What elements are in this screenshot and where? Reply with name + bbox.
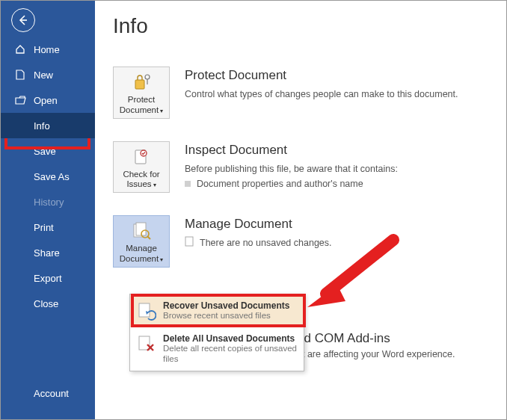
- svg-line-9: [147, 236, 150, 239]
- manage-document-tile[interactable]: Manage Document▾: [113, 215, 170, 268]
- nav-label: New: [34, 70, 53, 81]
- back-button[interactable]: [11, 8, 35, 32]
- nav-label: Save As: [34, 171, 70, 182]
- nav-account[interactable]: Account: [1, 380, 95, 406]
- check-for-issues-tile[interactable]: Check for Issues▾: [113, 141, 170, 194]
- bullet-text: Document properties and author's name: [197, 179, 363, 189]
- nav-label: Save: [34, 146, 56, 157]
- section-protect: Protect Document▾ Protect Document Contr…: [113, 67, 488, 119]
- bullet-icon: [185, 181, 191, 187]
- nav-share[interactable]: Share: [1, 240, 95, 265]
- nav-print[interactable]: Print: [1, 214, 95, 240]
- nav-info[interactable]: Info: [1, 113, 95, 138]
- nav-save[interactable]: Save: [1, 138, 95, 164]
- nav-open[interactable]: Open: [1, 87, 95, 113]
- section-desc-tail: at are affecting your Word experience.: [297, 349, 455, 359]
- delete-icon: [136, 333, 157, 354]
- document-icon: [185, 236, 194, 249]
- delete-unsaved-menuitem[interactable]: Delete All Unsaved Documents Delete all …: [130, 327, 304, 371]
- section-title-tail: ed COM Add-ins: [297, 331, 455, 346]
- nav-label: Open: [34, 95, 58, 106]
- manage-status: There are no unsaved changes.: [185, 236, 488, 249]
- menu-item-sub: Browse recent unsaved files: [163, 311, 298, 321]
- menu-item-sub: Delete all recent copies of unsaved file…: [163, 344, 298, 365]
- home-icon: [14, 44, 26, 55]
- section-title: Manage Document: [185, 217, 488, 232]
- nav-new[interactable]: New: [1, 62, 95, 87]
- svg-rect-11: [139, 303, 150, 317]
- nav-label: Info: [34, 120, 50, 132]
- section-desc: Control what types of changes people can…: [185, 87, 488, 101]
- document-icon: [14, 70, 26, 80]
- svg-point-2: [145, 75, 150, 79]
- section-inspect: Check for Issues▾ Inspect Document Befor…: [113, 141, 488, 194]
- nav-home[interactable]: Home: [1, 37, 95, 62]
- nav-label: Home: [34, 44, 60, 55]
- arrow-left-icon: [17, 14, 29, 26]
- backstage-sidebar: Home New Open Info Save Save As History …: [1, 1, 95, 419]
- nav-close[interactable]: Close: [1, 291, 95, 316]
- folder-open-icon: [14, 96, 26, 105]
- manage-document-menu: Recover Unsaved Documents Browse recent …: [129, 294, 304, 371]
- nav-label: Print: [34, 222, 54, 233]
- section-title: Protect Document: [185, 68, 488, 83]
- page-title: Info: [113, 14, 488, 38]
- menu-item-title: Recover Unsaved Documents: [163, 300, 298, 311]
- status-text: There are no unsaved changes.: [200, 238, 332, 248]
- nav-label: Account: [34, 388, 69, 399]
- recover-icon: [136, 300, 157, 321]
- section-desc: Before publishing this file, be aware th…: [185, 162, 488, 176]
- section-title: Inspect Document: [185, 143, 488, 158]
- svg-rect-10: [185, 237, 193, 246]
- menu-item-title: Delete All Unsaved Documents: [163, 333, 298, 344]
- recover-unsaved-menuitem[interactable]: Recover Unsaved Documents Browse recent …: [130, 294, 304, 327]
- tile-label: Manage Document: [120, 244, 159, 263]
- section-manage: Manage Document▾ Manage Document There a…: [113, 215, 488, 268]
- inspect-bullet: Document properties and author's name: [185, 179, 488, 189]
- svg-rect-1: [135, 80, 144, 89]
- nav-label: Close: [34, 298, 58, 309]
- nav-export[interactable]: Export: [1, 265, 95, 291]
- dropdown-caret-icon: ▾: [160, 108, 163, 114]
- svg-rect-12: [139, 336, 150, 350]
- lock-icon: [116, 72, 167, 93]
- section-addins: ed COM Add-ins at are affecting your Wor…: [297, 331, 455, 359]
- nav-label: History: [34, 197, 64, 208]
- tile-label: Protect Document: [120, 95, 159, 114]
- dropdown-caret-icon: ▾: [153, 182, 156, 188]
- dropdown-caret-icon: ▾: [160, 256, 163, 263]
- protect-document-tile[interactable]: Protect Document▾: [113, 67, 170, 119]
- nav-save-as[interactable]: Save As: [1, 164, 95, 189]
- nav-label: Share: [34, 247, 60, 259]
- nav-label: Export: [34, 273, 62, 284]
- manage-doc-icon: [116, 220, 167, 241]
- inspect-icon: [116, 146, 167, 167]
- nav-history: History: [1, 189, 95, 214]
